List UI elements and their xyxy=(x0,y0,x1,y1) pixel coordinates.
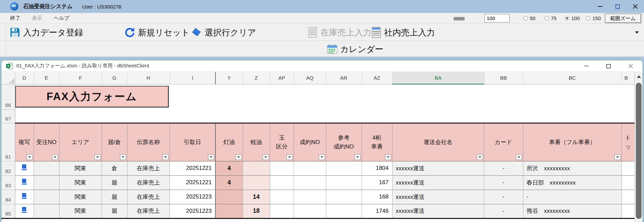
copy-row-icon[interactable] xyxy=(22,207,27,213)
radio-checked-icon[interactable] xyxy=(565,16,569,20)
cell-shaban[interactable]: 熊谷 xxxxxxxxx xyxy=(523,204,622,218)
filter-button[interactable] xyxy=(354,154,361,160)
clear-selected-rows-button[interactable]: 選択行クリア xyxy=(191,26,256,39)
col-header-BA-selected[interactable]: BA xyxy=(392,72,484,84)
vertical-scrollbar[interactable] xyxy=(634,72,643,222)
toolbar-overflow-icon[interactable] xyxy=(635,31,639,34)
header-shaban-full[interactable]: 車番（フル車番） xyxy=(523,123,622,161)
scroll-up-button[interactable] xyxy=(635,72,643,81)
radio-icon[interactable] xyxy=(544,16,549,20)
cell-todoke[interactable]: 倉 xyxy=(102,161,127,175)
cell-copy[interactable] xyxy=(15,204,34,218)
select-all-corner[interactable] xyxy=(1,72,15,84)
cell-tama[interactable] xyxy=(270,161,294,175)
cell-toyu[interactable] xyxy=(215,204,243,218)
header-todoke-kura[interactable]: 届/倉 xyxy=(102,123,127,161)
header-denpyo[interactable]: 伝票名称 xyxy=(127,123,170,161)
cell-denpyo[interactable]: 在庫売上 xyxy=(127,175,170,190)
cell-sanko[interactable] xyxy=(326,190,362,204)
row-number-81[interactable]: 81 xyxy=(1,123,15,161)
cell-unsou[interactable]: xxxxxx運送 xyxy=(392,204,484,218)
maximize-icon[interactable] xyxy=(615,4,620,9)
cell-shaban[interactable]: - xyxy=(523,190,622,204)
cell-card[interactable]: - xyxy=(484,190,523,204)
cell-area[interactable]: 関東 xyxy=(59,161,102,175)
header-unsou-gaisha[interactable]: 運送会社名 xyxy=(392,123,484,161)
cell-shaban[interactable]: 所沢 xxxxxxxxx xyxy=(523,161,622,175)
cell-todoke[interactable]: 届 xyxy=(102,204,127,218)
col-header-BB[interactable]: BB xyxy=(484,72,523,84)
cell-copy[interactable] xyxy=(15,190,34,204)
cell-toyu[interactable]: 4 xyxy=(215,175,243,190)
zoom-radio-100[interactable]: 100 xyxy=(565,15,580,21)
col-header-AQ[interactable]: AQ xyxy=(294,72,326,84)
cell-card[interactable]: - xyxy=(484,204,523,218)
filter-button[interactable] xyxy=(516,154,522,160)
col-header-G[interactable]: G xyxy=(102,72,127,84)
header-card[interactable]: カード xyxy=(484,123,523,161)
range-zoom-button[interactable]: 範囲ズーム xyxy=(605,14,641,23)
cell-sanko[interactable] xyxy=(326,161,362,175)
radio-icon[interactable] xyxy=(586,16,590,20)
cell-order-no[interactable] xyxy=(34,161,59,175)
header-sanko-seiyaku-no[interactable]: 参考成約NO xyxy=(326,123,362,161)
cell-seiyaku[interactable] xyxy=(294,204,326,218)
cell-yonketa[interactable]: 1804 xyxy=(362,161,392,175)
cell-unsou[interactable]: xxxxxx運送 xyxy=(392,190,484,204)
col-header-D[interactable]: D xyxy=(15,72,34,84)
cell-seiyaku[interactable] xyxy=(294,161,326,175)
cell-keiyu[interactable]: 14 xyxy=(243,190,270,204)
col-header-Y[interactable]: Y xyxy=(215,72,243,84)
cell-seiyaku[interactable] xyxy=(294,190,326,204)
col-header-E[interactable]: E xyxy=(34,72,59,84)
cell-keiyu[interactable]: 18 xyxy=(243,204,270,218)
cell-order-no[interactable] xyxy=(34,190,59,204)
scrollbar-thumb[interactable] xyxy=(636,83,642,219)
header-order-no[interactable]: 受注NO xyxy=(34,123,59,161)
menu-item-exit[interactable]: 終了 xyxy=(10,15,20,21)
cell-card[interactable]: - xyxy=(484,175,523,190)
cell-shaban[interactable]: 春日部 xxxxxxxxx xyxy=(523,175,622,190)
sheet-close-icon[interactable] xyxy=(628,64,633,68)
cell-yonketa[interactable]: 1746 xyxy=(362,204,392,218)
cell-hikitori[interactable]: 20251221 xyxy=(170,161,215,175)
zoom-value-input[interactable] xyxy=(484,14,510,22)
col-header-F[interactable]: F xyxy=(59,72,102,84)
copy-row-icon[interactable] xyxy=(22,193,27,199)
header-toyu[interactable]: 灯油 xyxy=(215,123,243,161)
cell-copy[interactable] xyxy=(15,161,34,175)
header-copy[interactable]: 複写 xyxy=(15,123,34,161)
row-number-82[interactable]: 82 xyxy=(1,161,15,175)
filter-button[interactable] xyxy=(263,154,269,160)
calendar-button[interactable]: カレンダー xyxy=(327,42,383,56)
close-icon[interactable] xyxy=(633,4,638,9)
header-area[interactable]: エリア xyxy=(59,123,102,161)
zoom-radio-150[interactable]: 150 xyxy=(586,15,601,21)
cell-unsou[interactable]: xxxxxx運送 xyxy=(392,161,484,175)
cell-todoke[interactable]: 届 xyxy=(102,190,127,204)
cell-denpyo[interactable]: 在庫売上 xyxy=(127,161,170,175)
cell-area[interactable]: 関東 xyxy=(59,204,102,218)
header-yonketa-shaban[interactable]: 4桁車番 xyxy=(362,123,392,161)
cell-todoke[interactable]: 届 xyxy=(102,175,127,190)
filter-button[interactable] xyxy=(52,154,58,160)
cell-order-no[interactable] xyxy=(34,175,59,190)
cell-yonketa[interactable]: 167 xyxy=(362,175,392,190)
row-number-67[interactable]: 67 xyxy=(1,109,15,123)
row-number-83[interactable]: 83 xyxy=(1,175,15,190)
cell-toyu[interactable]: 4 xyxy=(215,161,243,175)
menu-item-view[interactable]: 表示 xyxy=(32,15,42,21)
zoom-slider-handle[interactable] xyxy=(454,17,465,20)
cell-tama[interactable] xyxy=(270,204,294,218)
cell-keiyu[interactable] xyxy=(243,161,270,175)
internal-sales-input-button[interactable]: 社内売上入力 xyxy=(371,26,435,39)
cell-card[interactable]: - xyxy=(484,161,523,175)
cell-hikitori[interactable]: 20251223 xyxy=(170,190,215,204)
col-header-BC[interactable]: BC xyxy=(523,72,622,84)
zoom-radio-50[interactable]: 50 xyxy=(523,15,536,21)
menu-item-help[interactable]: ヘルプ xyxy=(54,15,69,21)
col-header-I[interactable]: I xyxy=(170,72,215,84)
filter-button[interactable] xyxy=(27,154,33,160)
register-data-button[interactable]: 入力データ登録 xyxy=(10,26,83,39)
cell-tama[interactable] xyxy=(270,190,294,204)
